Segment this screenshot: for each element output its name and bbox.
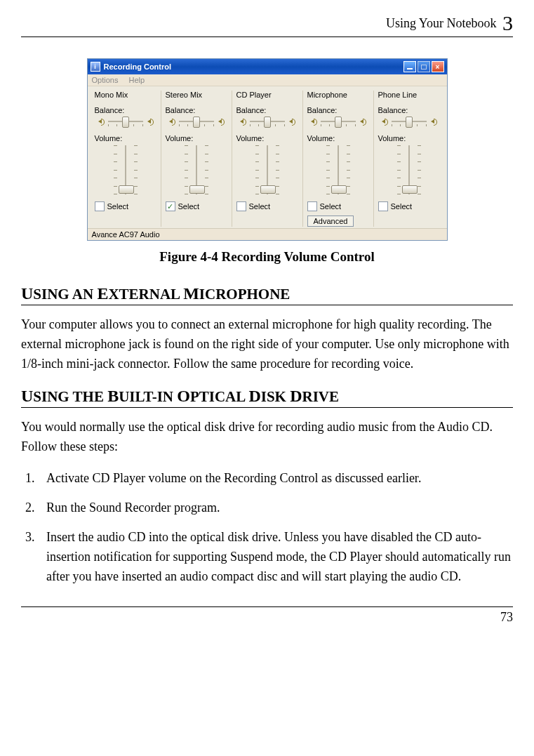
select-checkbox[interactable] bbox=[95, 201, 105, 211]
volume-slider[interactable] bbox=[236, 145, 298, 194]
balance-slider[interactable] bbox=[166, 117, 227, 126]
section1-body: Your computer allows you to connect an e… bbox=[21, 315, 513, 374]
select-checkbox[interactable] bbox=[307, 201, 317, 211]
header-rule bbox=[21, 37, 513, 37]
balance-label: Balance: bbox=[166, 106, 227, 114]
channel-microphone: MicrophoneBalance:Volume:SelectAdvanced bbox=[302, 91, 373, 227]
menubar: Options Help bbox=[88, 74, 447, 86]
select-row: Select bbox=[307, 201, 369, 211]
select-label: Select bbox=[391, 202, 413, 211]
mixer-panel: Mono MixBalance:Volume:SelectStereo MixB… bbox=[88, 86, 447, 228]
select-row: ✓Select bbox=[166, 201, 227, 211]
select-checkbox[interactable] bbox=[236, 201, 246, 211]
channel-mono-mix: Mono MixBalance:Volume:Select bbox=[91, 91, 161, 227]
close-button[interactable] bbox=[432, 61, 444, 72]
balance-slider[interactable] bbox=[236, 117, 298, 126]
speaker-left-icon bbox=[380, 117, 389, 126]
advanced-button[interactable]: Advanced bbox=[307, 215, 354, 227]
step-1: Activate CD Player volume on the Recordi… bbox=[38, 469, 513, 489]
select-row: Select bbox=[236, 201, 298, 211]
select-checkbox[interactable] bbox=[378, 201, 388, 211]
select-row: Select bbox=[378, 201, 440, 211]
select-label: Select bbox=[249, 202, 271, 211]
balance-slider[interactable] bbox=[378, 117, 440, 126]
speaker-right-icon bbox=[146, 117, 154, 126]
select-checkbox[interactable]: ✓ bbox=[166, 201, 175, 211]
balance-slider[interactable] bbox=[95, 117, 156, 126]
section-heading-external-mic: USING AN EXTERNAL MICROPHONE bbox=[21, 284, 513, 305]
volume-label: Volume: bbox=[307, 134, 369, 142]
section-heading-optical-drive: USING THE BUILT-IN OPTICAL DISK DRIVE bbox=[21, 387, 513, 408]
balance-slider[interactable] bbox=[307, 117, 369, 126]
balance-label: Balance: bbox=[307, 106, 369, 114]
chapter-number: 3 bbox=[502, 11, 513, 34]
figure-caption: Figure 4-4 Recording Volume Control bbox=[21, 249, 513, 265]
speaker-right-icon bbox=[217, 117, 225, 126]
header-text: Using Your Notebook bbox=[386, 16, 497, 30]
channel-cd-player: CD PlayerBalance:Volume:Select bbox=[232, 91, 302, 227]
statusbar: Avance AC97 Audio bbox=[88, 228, 447, 240]
volume-label: Volume: bbox=[166, 134, 227, 142]
channel-title: Microphone bbox=[307, 91, 369, 99]
volume-label: Volume: bbox=[95, 134, 156, 142]
channel-title: Phone Line bbox=[378, 91, 440, 99]
speaker-right-icon bbox=[429, 117, 438, 126]
maximize-button[interactable] bbox=[418, 61, 430, 72]
balance-label: Balance: bbox=[95, 106, 156, 114]
channel-title: Mono Mix bbox=[95, 91, 156, 99]
channel-stereo-mix: Stereo MixBalance:Volume:✓Select bbox=[161, 91, 232, 227]
steps-list: Activate CD Player volume on the Recordi… bbox=[21, 469, 513, 586]
app-icon: i bbox=[91, 62, 100, 72]
balance-label: Balance: bbox=[378, 106, 440, 114]
volume-slider[interactable] bbox=[95, 145, 156, 194]
speaker-right-icon bbox=[359, 117, 367, 126]
page-number: 73 bbox=[21, 610, 513, 630]
volume-slider[interactable] bbox=[307, 145, 369, 194]
channel-phone-line: Phone LineBalance:Volume:Select bbox=[373, 91, 444, 227]
select-label: Select bbox=[320, 202, 342, 211]
speaker-left-icon bbox=[97, 117, 105, 126]
menu-options[interactable]: Options bbox=[92, 76, 119, 84]
step-3: Insert the audio CD into the optical dis… bbox=[38, 528, 513, 587]
volume-slider[interactable] bbox=[378, 145, 440, 194]
channel-title: Stereo Mix bbox=[166, 91, 227, 99]
minimize-button[interactable] bbox=[403, 61, 416, 72]
volume-label: Volume: bbox=[236, 134, 298, 142]
section2-intro: You would normally use the optical disk … bbox=[21, 418, 513, 457]
window-title: Recording Control bbox=[104, 62, 402, 71]
menu-help[interactable]: Help bbox=[128, 76, 145, 84]
footer-rule bbox=[21, 606, 513, 607]
speaker-right-icon bbox=[288, 117, 296, 126]
select-row: Select bbox=[95, 201, 156, 211]
select-label: Select bbox=[178, 202, 200, 211]
step-2: Run the Sound Recorder program. bbox=[38, 498, 513, 518]
speaker-left-icon bbox=[239, 117, 247, 126]
speaker-left-icon bbox=[168, 117, 176, 126]
titlebar: i Recording Control bbox=[88, 59, 447, 74]
channel-title: CD Player bbox=[236, 91, 298, 99]
volume-label: Volume: bbox=[378, 134, 440, 142]
volume-slider[interactable] bbox=[166, 145, 227, 194]
speaker-left-icon bbox=[309, 117, 318, 126]
recording-control-window: i Recording Control Options Help Mono Mi… bbox=[87, 58, 448, 241]
page-header: Using Your Notebook 3 bbox=[21, 7, 513, 37]
select-label: Select bbox=[107, 202, 129, 211]
balance-label: Balance: bbox=[236, 106, 298, 114]
